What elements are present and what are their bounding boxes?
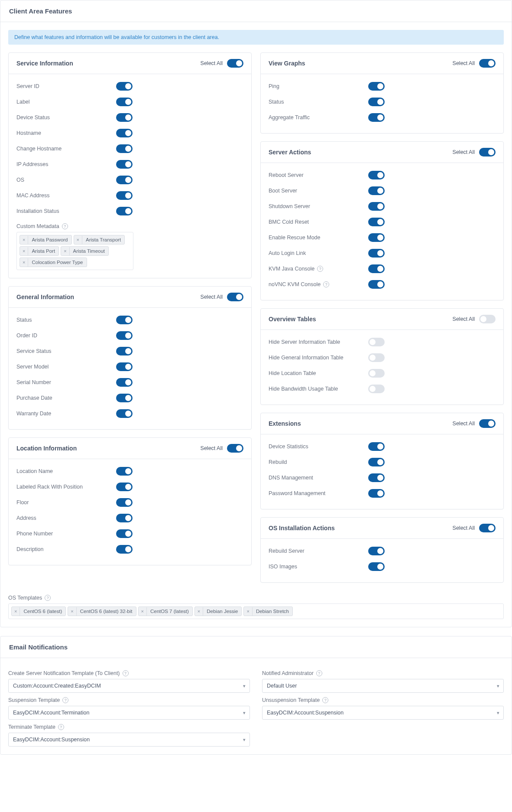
feature-toggle[interactable] (116, 113, 133, 122)
feature-toggle[interactable] (116, 176, 133, 184)
row-label-text: OS (16, 177, 24, 183)
tag-remove-icon[interactable]: × (195, 607, 203, 616)
help-icon[interactable]: ? (317, 266, 323, 272)
row-label: Device Status (16, 114, 116, 121)
help-icon[interactable]: ? (316, 670, 322, 676)
tag: ×Arista Password (19, 235, 72, 245)
help-icon[interactable]: ? (62, 697, 68, 703)
custom-metadata-label: Custom Metadata (16, 223, 59, 229)
toggle-row: Server ID (16, 78, 243, 94)
feature-toggle[interactable] (368, 562, 385, 571)
feature-toggle[interactable] (368, 353, 385, 362)
row-label-text: Change Hostname (16, 146, 62, 152)
row-label-text: Device Status (16, 114, 50, 121)
feature-toggle[interactable] (116, 514, 133, 522)
feature-toggle[interactable] (116, 191, 133, 200)
row-label-text: IP Addresses (16, 161, 48, 167)
feature-toggle[interactable] (116, 483, 133, 491)
feature-toggle[interactable] (368, 171, 385, 179)
help-icon[interactable]: ? (123, 670, 129, 676)
help-icon[interactable]: ? (62, 223, 68, 229)
feature-toggle[interactable] (368, 280, 385, 289)
tag-label: CentOS 6 (latest) 32-bit (77, 607, 136, 616)
feature-toggle[interactable] (116, 144, 133, 153)
tag-remove-icon[interactable]: × (12, 607, 20, 616)
feature-toggle[interactable] (116, 207, 133, 215)
feature-toggle[interactable] (368, 264, 385, 273)
select-all-toggle[interactable] (227, 59, 243, 68)
row-label-text: Label (16, 99, 30, 105)
toggle-row: KVM Java Console? (269, 261, 496, 277)
feature-toggle[interactable] (116, 98, 133, 106)
feature-toggle[interactable] (368, 249, 385, 258)
row-label: Phone Number (16, 531, 116, 537)
card-body: PingStatusAggregate Traffic (261, 74, 503, 133)
feature-toggle[interactable] (116, 498, 133, 507)
feature-toggle[interactable] (116, 160, 133, 169)
feature-toggle[interactable] (116, 529, 133, 538)
tag-remove-icon[interactable]: × (74, 236, 82, 244)
feature-toggle[interactable] (368, 98, 385, 106)
feature-toggle[interactable] (368, 442, 385, 451)
tag-remove-icon[interactable]: × (20, 236, 28, 244)
feature-toggle[interactable] (116, 409, 133, 418)
feature-toggle[interactable] (116, 331, 133, 340)
feature-toggle[interactable] (368, 489, 385, 498)
feature-toggle[interactable] (116, 316, 133, 324)
feature-toggle[interactable] (368, 82, 385, 91)
row-label-text: Service Status (16, 348, 52, 354)
os-templates-section: OS Templates ? ×CentOS 6 (latest)×CentOS… (8, 595, 504, 619)
feature-toggle[interactable] (368, 458, 385, 466)
feature-toggle[interactable] (368, 369, 385, 378)
os-templates-tagbox[interactable]: ×CentOS 6 (latest)×CentOS 6 (latest) 32-… (8, 603, 504, 619)
unsuspension-template-select[interactable]: EasyDCIM:Account:Suspension (262, 706, 504, 720)
select-all-toggle[interactable] (227, 293, 243, 301)
row-label-text: Device Statistics (269, 444, 308, 450)
select-all-toggle[interactable] (479, 148, 496, 157)
feature-toggle[interactable] (368, 202, 385, 211)
tag-remove-icon[interactable]: × (20, 247, 28, 255)
suspension-template-select[interactable]: EasyDCIM:Account:Termination (8, 706, 250, 720)
feature-toggle[interactable] (116, 129, 133, 137)
feature-toggle[interactable] (116, 362, 133, 371)
notified-admin-select[interactable]: Default User (262, 679, 504, 693)
feature-toggle[interactable] (368, 113, 385, 122)
toggle-row: Description (16, 541, 243, 557)
feature-toggle[interactable] (368, 385, 385, 393)
help-icon[interactable]: ? (323, 281, 329, 287)
tag-remove-icon[interactable]: × (20, 258, 28, 267)
select-all-toggle[interactable] (479, 315, 496, 323)
help-icon[interactable]: ? (58, 724, 64, 730)
toggle-row: Hide General Information Table (269, 350, 496, 365)
feature-toggle[interactable] (116, 394, 133, 402)
terminate-template-select[interactable]: EasyDCIM:Account:Suspension (8, 733, 250, 747)
feature-toggle[interactable] (116, 467, 133, 476)
tag-remove-icon[interactable]: × (139, 607, 147, 616)
feature-toggle[interactable] (116, 378, 133, 387)
tag-remove-icon[interactable]: × (68, 607, 76, 616)
select-all-toggle[interactable] (479, 59, 496, 68)
create-server-template-select[interactable]: Custom:Account:Created:EasyDCIM (8, 679, 250, 693)
feature-toggle[interactable] (116, 545, 133, 554)
row-label-text: Hide General Information Table (269, 355, 343, 361)
overview-tables-card: Overview TablesSelect AllHide Server Inf… (260, 308, 504, 405)
row-label: Change Hostname (16, 146, 116, 152)
feature-toggle[interactable] (368, 547, 385, 555)
feature-toggle[interactable] (368, 186, 385, 195)
tag-remove-icon[interactable]: × (61, 247, 69, 255)
feature-toggle[interactable] (368, 473, 385, 482)
select-all-toggle[interactable] (227, 444, 243, 453)
select-all-toggle[interactable] (479, 419, 496, 428)
select-all-toggle[interactable] (479, 524, 496, 532)
feature-toggle[interactable] (368, 338, 385, 346)
tag-remove-icon[interactable]: × (244, 607, 252, 616)
view-graphs-card: View GraphsSelect AllPingStatusAggregate… (260, 52, 504, 134)
feature-toggle[interactable] (116, 82, 133, 91)
custom-metadata-tagbox[interactable]: ×Arista Password×Arista Transport×Arista… (16, 232, 133, 270)
feature-toggle[interactable] (368, 233, 385, 242)
feature-toggle[interactable] (368, 218, 385, 226)
feature-toggle[interactable] (116, 347, 133, 355)
help-icon[interactable]: ? (322, 697, 328, 703)
row-label: Hostname (16, 130, 116, 136)
help-icon[interactable]: ? (45, 595, 51, 601)
